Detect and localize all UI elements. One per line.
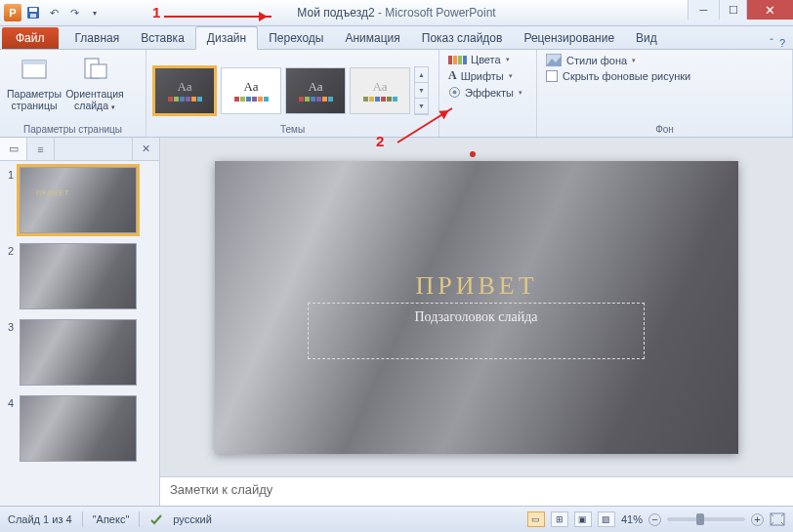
- tab-file[interactable]: Файл: [2, 27, 59, 49]
- close-panel-icon[interactable]: ✕: [132, 138, 159, 160]
- undo-icon[interactable]: ↶: [45, 4, 63, 21]
- theme-thumb-3[interactable]: Aa: [285, 67, 346, 114]
- group-label-page-setup: Параметры страницы: [6, 124, 140, 136]
- page-setup-button[interactable]: Параметры страницы: [6, 53, 63, 111]
- ribbon: Параметры страницы Ориентация слайда ▾ П…: [0, 50, 793, 138]
- svg-point-8: [453, 91, 457, 95]
- svg-rect-4: [22, 61, 46, 64]
- normal-view-button[interactable]: ▭: [527, 512, 545, 527]
- help-icon[interactable]: ?: [779, 37, 785, 49]
- theme-thumb-2[interactable]: Aa: [221, 67, 281, 114]
- minimize-button[interactable]: ─: [688, 0, 719, 20]
- zoom-level[interactable]: 41%: [621, 513, 643, 525]
- fonts-icon: A: [448, 68, 457, 83]
- slide-thumbnail-list[interactable]: 1 ПРИВЕТ 2 3 4: [0, 161, 159, 506]
- tab-design[interactable]: Дизайн: [195, 26, 258, 50]
- workspace: ▭ ≡ ✕ 1 ПРИВЕТ 2 3 4 ПР: [0, 138, 793, 506]
- annotation-arrow-1: [164, 16, 271, 18]
- slides-tab-icon[interactable]: ▭: [0, 138, 27, 160]
- theme-gallery[interactable]: Aa Aa Aa Aa ▲ ▼ ▼: [152, 65, 429, 116]
- background-styles-button[interactable]: Стили фона▾: [543, 53, 693, 67]
- thumb-number: 3: [4, 319, 14, 333]
- sorter-view-button[interactable]: ⊞: [551, 512, 568, 527]
- colors-button[interactable]: Цвета▾: [445, 53, 525, 66]
- slide-title-text[interactable]: ПРИВЕТ: [215, 271, 738, 301]
- slide-thumb-3[interactable]: [20, 319, 137, 386]
- powerpoint-icon: P: [4, 4, 21, 21]
- spellcheck-icon[interactable]: [149, 512, 163, 526]
- save-icon[interactable]: [24, 4, 42, 21]
- status-bar: Слайд 1 из 4 "Апекс" русский ▭ ⊞ ▣ ▨ 41%…: [0, 506, 793, 532]
- slide-thumb-2[interactable]: [20, 243, 137, 309]
- hide-background-graphics-checkbox[interactable]: Скрыть фоновые рисунки: [543, 69, 693, 83]
- slideshow-view-button[interactable]: ▨: [598, 512, 615, 527]
- slide-editor: ПРИВЕТ Подзаголовок слайда Заметки к сла…: [160, 138, 793, 506]
- slide-canvas-area[interactable]: ПРИВЕТ Подзаголовок слайда: [160, 138, 793, 476]
- ribbon-tabs: Файл Главная Вставка Дизайн Переходы Ани…: [0, 26, 793, 50]
- fonts-button[interactable]: A Шрифты▾: [445, 67, 525, 84]
- checkbox-icon: [546, 70, 558, 82]
- gallery-more-icon[interactable]: ▼: [415, 99, 428, 114]
- slide-orientation-button[interactable]: Ориентация слайда ▾: [66, 53, 123, 111]
- tab-view[interactable]: Вид: [625, 27, 668, 49]
- slide-counter: Слайд 1 из 4: [8, 513, 72, 525]
- qat-dropdown-icon[interactable]: ▾: [86, 4, 104, 21]
- tab-slideshow[interactable]: Показ слайдов: [411, 27, 514, 49]
- gallery-down-icon[interactable]: ▼: [415, 83, 428, 99]
- colors-icon: [448, 56, 467, 64]
- tab-home[interactable]: Главная: [64, 27, 131, 49]
- slide-thumb-1[interactable]: ПРИВЕТ: [20, 167, 137, 233]
- group-label-format: [445, 124, 530, 136]
- tab-animations[interactable]: Анимация: [334, 27, 410, 49]
- annotation-dot: [470, 151, 476, 157]
- quick-access-toolbar: P ↶ ↷ ▾: [0, 4, 104, 21]
- slide-panel: ▭ ≡ ✕ 1 ПРИВЕТ 2 3 4: [0, 138, 160, 506]
- slide-subtitle-placeholder[interactable]: Подзаголовок слайда: [308, 303, 645, 359]
- title-bar: P ↶ ↷ ▾ Мой подъезд2 - Microsoft PowerPo…: [0, 0, 793, 26]
- reading-view-button[interactable]: ▣: [574, 512, 592, 527]
- close-button[interactable]: ✕: [746, 0, 793, 20]
- theme-thumb-selected[interactable]: Aa: [152, 65, 217, 116]
- zoom-out-button[interactable]: −: [648, 513, 661, 526]
- thumb-number: 1: [4, 167, 14, 181]
- window-title: Мой подъезд2 - Microsoft PowerPoint: [297, 6, 495, 20]
- slide-canvas[interactable]: ПРИВЕТ Подзаголовок слайда: [215, 161, 738, 454]
- tab-transitions[interactable]: Переходы: [258, 27, 334, 49]
- theme-thumb-4[interactable]: Aa: [350, 67, 410, 114]
- background-styles-icon: [546, 54, 562, 66]
- svg-rect-6: [91, 64, 106, 78]
- language-indicator[interactable]: русский: [173, 513, 211, 525]
- theme-gallery-scroll[interactable]: ▲ ▼ ▼: [414, 66, 429, 115]
- fit-to-window-button[interactable]: [770, 512, 785, 526]
- slide-thumb-4[interactable]: [20, 395, 137, 462]
- window-controls: ─ ☐ ✕: [688, 0, 793, 20]
- effects-icon: [448, 86, 461, 99]
- maximize-button[interactable]: ☐: [719, 0, 746, 20]
- group-label-themes: Темы: [152, 124, 433, 136]
- outline-tab-icon[interactable]: ≡: [27, 138, 55, 160]
- zoom-slider[interactable]: [667, 517, 745, 521]
- svg-rect-2: [30, 14, 36, 18]
- gallery-up-icon[interactable]: ▲: [415, 67, 428, 83]
- theme-name: "Апекс": [93, 513, 130, 525]
- slide-subtitle-text: Подзаголовок слайда: [415, 309, 538, 325]
- redo-icon[interactable]: ↷: [65, 4, 83, 21]
- tab-insert[interactable]: Вставка: [130, 27, 195, 49]
- tab-review[interactable]: Рецензирование: [513, 27, 625, 49]
- minimize-ribbon-icon[interactable]: ˆ: [770, 37, 773, 49]
- effects-button[interactable]: Эффекты▾: [445, 85, 525, 100]
- thumb-number: 4: [4, 395, 14, 409]
- svg-rect-1: [29, 8, 37, 12]
- notes-pane[interactable]: Заметки к слайду: [160, 476, 793, 506]
- group-label-background: Фон: [543, 124, 786, 136]
- zoom-in-button[interactable]: +: [751, 513, 764, 526]
- thumb-number: 2: [4, 243, 14, 257]
